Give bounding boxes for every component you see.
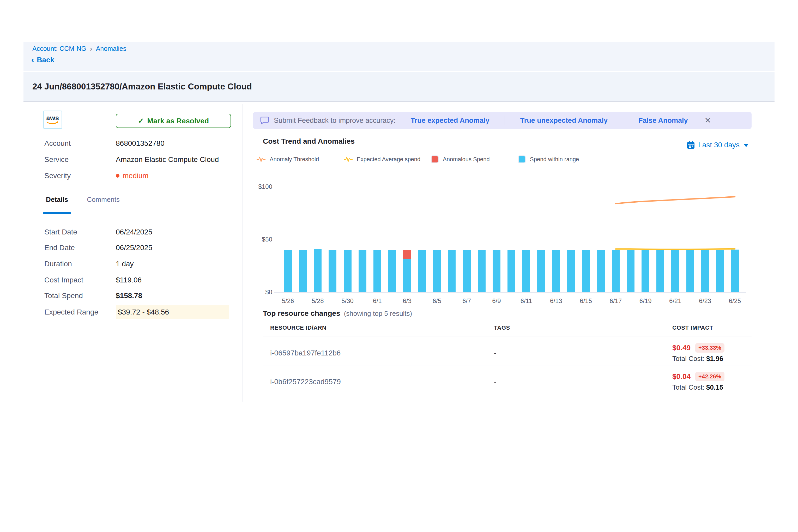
chart-bar: [642, 250, 649, 292]
resource-id-link[interactable]: i-06597ba197fe112b6: [270, 349, 341, 357]
cost-impact-label: Cost Impact: [44, 276, 116, 284]
x-axis-label: 5/26: [276, 297, 300, 305]
breadcrumb-bar: Account: CCM-NG › Anomalies ‹ Back: [23, 42, 775, 71]
title-bar: 24 Jun/868001352780/Amazon Elastic Compu…: [23, 72, 775, 102]
y-axis-label: $100: [255, 183, 272, 190]
column-header-tags: TAGS: [494, 324, 510, 331]
calendar-icon: [687, 141, 695, 149]
expected-range-label: Expected Range: [44, 308, 116, 316]
chart-bar: [597, 250, 605, 292]
chart-bar: [657, 250, 664, 292]
chart-bar: [671, 250, 679, 292]
service-value: Amazon Elastic Compute Cloud: [116, 155, 219, 164]
x-axis-label: 6/13: [544, 297, 568, 305]
chart-bar: [537, 250, 545, 292]
start-date-value: 06/24/2025: [116, 228, 152, 236]
check-icon: ✓: [138, 117, 144, 125]
y-axis-label: $50: [255, 236, 272, 243]
legend-anomalous-spend: Anomalous Spend: [431, 155, 518, 163]
total-cost-value: $1.96: [706, 355, 723, 362]
speech-bubble-icon: [260, 116, 269, 125]
x-axis-label: 6/21: [663, 297, 687, 305]
account-value: 868001352780: [116, 139, 165, 148]
chart-bar: [418, 250, 426, 292]
total-cost-label: Total Cost:: [672, 355, 704, 362]
legend-anomaly-threshold: Anomaly Threshold: [256, 156, 344, 163]
x-axis-label: 5/30: [336, 297, 359, 305]
feedback-true-unexpected[interactable]: True unexpected Anomaly: [520, 117, 608, 125]
expected-range-row: Expected Range $39.72 - $48.56: [44, 305, 237, 319]
total-cost-value: $0.15: [706, 383, 723, 391]
x-axis-label: 6/23: [694, 297, 717, 305]
resource-id-link[interactable]: i-0b6f257223cad9579: [270, 378, 341, 386]
legend-label: Expected Average spend: [357, 156, 420, 163]
severity-text: medium: [122, 172, 149, 180]
resource-table-subtitle: (showing top 5 results): [344, 309, 412, 318]
end-date-label: End Date: [44, 244, 116, 252]
chart-bar: [731, 250, 739, 292]
chart-bar: [403, 259, 411, 292]
table-row: i-0b6f257223cad9579 - $0.04 +42.26% Tota…: [263, 366, 752, 394]
duration-label: Duration: [44, 260, 116, 268]
account-row: Account 868001352780: [44, 138, 237, 149]
close-icon[interactable]: ✕: [704, 117, 711, 125]
x-axis-label: 5/28: [306, 297, 329, 305]
x-axis-label: 6/5: [425, 297, 449, 305]
chart-bar: [522, 250, 530, 292]
caret-down-icon: [744, 144, 748, 147]
chart-bar: [552, 250, 560, 292]
date-range-label: Last 30 days: [698, 141, 740, 149]
resource-table-title-text: Top resource changes: [263, 309, 340, 318]
chevron-right-icon: ›: [90, 45, 92, 52]
feedback-prompt: Submit Feedback to improve accuracy:: [274, 117, 396, 125]
chart-bar: [284, 250, 292, 292]
total-spend-value: $158.78: [116, 291, 142, 300]
feedback-true-expected[interactable]: True expected Anomaly: [411, 117, 490, 125]
table-row: i-06597ba197fe112b6 - $0.49 +33.33% Tota…: [263, 337, 752, 366]
tags-value: -: [494, 378, 496, 386]
service-label: Service: [44, 155, 116, 164]
chart-bar: [567, 250, 575, 292]
change-percent-badge: +42.26%: [695, 372, 724, 381]
x-axis-line: [274, 292, 746, 292]
expected-range-value: $39.72 - $48.56: [116, 305, 229, 319]
feedback-divider: [623, 116, 623, 126]
breadcrumb-anomalies-link[interactable]: Anomalies: [96, 45, 127, 52]
mark-as-resolved-button[interactable]: ✓ Mark as Resolved: [116, 114, 231, 128]
cost-impact-row: Cost Impact $119.06: [44, 275, 237, 285]
column-header-resource-id: RESOURCE ID/ARN: [270, 324, 326, 331]
aws-smile-icon: [46, 121, 59, 125]
chart-bar: [344, 250, 352, 292]
severity-label: Severity: [44, 172, 116, 180]
x-axis-label: 6/7: [455, 297, 478, 305]
legend-spend-within-range: Spend within range: [518, 155, 605, 163]
feedback-divider: [505, 116, 505, 126]
tags-value: -: [494, 349, 496, 357]
x-axis-label: 6/11: [515, 297, 538, 305]
cost-trend-chart: $0$50$1005/265/285/306/16/36/56/76/96/11…: [255, 176, 756, 312]
breadcrumb-account-link[interactable]: Account: CCM-NG: [32, 45, 86, 52]
tab-comments[interactable]: Comments: [85, 194, 121, 213]
chart-bar: [328, 250, 337, 292]
chart-bar: [716, 250, 724, 292]
cost-impact-value: $119.06: [116, 276, 141, 284]
back-button[interactable]: ‹ Back: [31, 56, 54, 64]
chart-bar: [299, 250, 307, 292]
feedback-false-anomaly[interactable]: False Anomaly: [639, 117, 688, 125]
date-range-dropdown[interactable]: Last 30 days: [687, 141, 748, 149]
chart-bar-anomalous-segment: [403, 250, 411, 259]
change-percent-badge: +33.33%: [695, 343, 724, 353]
column-header-cost-impact: COST IMPACT: [672, 324, 713, 331]
chart-bar: [463, 250, 471, 292]
cyan-swatch-icon: [518, 155, 526, 163]
tab-details[interactable]: Details: [44, 194, 70, 213]
chart-bar: [314, 249, 322, 292]
mark-as-resolved-label: Mark as Resolved: [147, 117, 209, 125]
severity-row: Severity medium: [44, 171, 237, 181]
chevron-left-icon: ‹: [31, 55, 34, 64]
duration-row: Duration 1 day: [44, 259, 237, 269]
breadcrumb: Account: CCM-NG › Anomalies: [32, 45, 126, 52]
chart-bar: [388, 250, 396, 292]
total-spend-row: Total Spend $158.78: [44, 290, 237, 301]
chart-bar: [478, 250, 486, 292]
